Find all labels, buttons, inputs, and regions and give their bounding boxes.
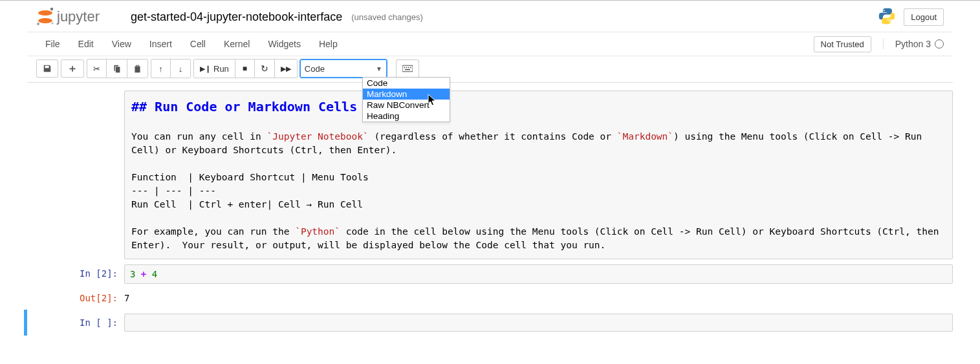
celltype-selected-label: Code — [305, 64, 325, 74]
svg-point-3 — [50, 8, 53, 10]
svg-rect-10 — [410, 67, 411, 69]
code-cell-2[interactable]: In [ ]: — [24, 310, 953, 336]
move-down-button[interactable]: ↓ — [171, 59, 190, 78]
notebook-title[interactable]: get-started-04-jupyter-notebook-interfac… — [131, 10, 342, 24]
notebook-area: ## Run Code or Markdown Cells You can ru… — [0, 83, 980, 348]
svg-rect-6 — [402, 65, 413, 72]
python-icon — [878, 7, 896, 27]
dropdown-option-markdown[interactable]: Markdown — [363, 89, 450, 100]
celltype-select[interactable]: Code ▼ — [300, 59, 387, 78]
jupyter-logo[interactable]: jupyter — [36, 6, 120, 28]
restart-icon: ↻ — [261, 63, 268, 74]
celltype-dropdown: Code Markdown Raw NBConvert Heading — [362, 77, 450, 122]
markdown-cell[interactable]: ## Run Code or Markdown Cells You can ru… — [27, 88, 953, 262]
menu-file[interactable]: File — [36, 34, 69, 54]
output-text-1: 7 — [124, 289, 953, 307]
dropdown-option-rawnbconvert[interactable]: Raw NBConvert — [363, 100, 450, 111]
run-icon: ▶❙ — [200, 65, 211, 73]
code-op: + — [135, 269, 151, 279]
markdown-editor[interactable]: ## Run Code or Markdown Cells You can ru… — [124, 91, 953, 259]
dropdown-option-code[interactable]: Code — [363, 78, 450, 89]
md-p1b: (regardless of whether it contains Code … — [369, 131, 617, 142]
header: jupyter get-started-04-jupyter-notebook-… — [27, 1, 953, 32]
restart-button[interactable]: ↻ — [255, 59, 275, 78]
menu-insert[interactable]: Insert — [140, 34, 181, 54]
out-prompt-1: Out[2]: — [27, 289, 124, 307]
in-prompt-2: In [ ]: — [27, 314, 124, 332]
md-table-header: Function | Keyboard Shortcut | Menu Tool… — [131, 172, 369, 182]
svg-point-0 — [38, 10, 52, 16]
copy-button[interactable] — [107, 59, 127, 78]
svg-rect-11 — [405, 69, 410, 70]
fast-forward-icon: ▶▶ — [281, 65, 291, 73]
dropdown-option-heading[interactable]: Heading — [363, 111, 450, 122]
kernel-indicator[interactable]: Python 3 — [883, 39, 944, 49]
command-palette-button[interactable] — [396, 59, 419, 78]
save-icon — [43, 64, 52, 73]
menu-view[interactable]: View — [103, 34, 140, 54]
add-cell-button[interactable]: ＋ — [61, 59, 84, 78]
stop-button[interactable]: ■ — [235, 59, 255, 78]
stop-icon: ■ — [243, 64, 247, 73]
menu-widgets[interactable]: Widgets — [259, 34, 310, 54]
kernel-status-icon — [935, 39, 944, 48]
trust-indicator[interactable]: Not Trusted — [814, 36, 871, 52]
md-p1a: You can run any cell in — [131, 131, 267, 142]
md-code1: `Jupyter Notebook` — [267, 131, 369, 142]
save-button[interactable] — [36, 59, 58, 78]
prompt-empty — [27, 91, 124, 259]
md-table-row: Run Cell | Ctrl + enter| Cell → Run Cell — [131, 199, 363, 209]
keyboard-icon — [402, 65, 413, 72]
chevron-down-icon: ▼ — [376, 65, 382, 72]
svg-rect-7 — [404, 67, 405, 69]
md-code2: `Markdown` — [617, 131, 673, 142]
code-cell-1[interactable]: In [2]: 3 + 4 — [27, 262, 953, 286]
svg-rect-9 — [408, 67, 409, 69]
code-input-2[interactable] — [124, 314, 953, 332]
svg-text:jupyter: jupyter — [56, 8, 100, 25]
menu-kernel[interactable]: Kernel — [215, 34, 259, 54]
md-p2a: For example, you can run the — [131, 226, 295, 237]
md-heading: ## Run Code or Markdown Cells — [131, 99, 357, 114]
paste-button[interactable] — [127, 59, 147, 78]
move-up-button[interactable]: ↑ — [151, 59, 171, 78]
arrow-down-icon: ↓ — [179, 64, 183, 74]
run-label: Run — [213, 64, 229, 74]
md-code3: `Python` — [295, 226, 340, 237]
menu-edit[interactable]: Edit — [69, 34, 103, 54]
paste-icon — [133, 65, 142, 73]
code-cell-1-output: Out[2]: 7 — [27, 286, 953, 310]
code-num2: 4 — [152, 269, 157, 279]
run-button[interactable]: ▶❙ Run — [194, 59, 235, 78]
copy-icon — [113, 65, 121, 73]
svg-rect-8 — [406, 67, 407, 69]
svg-point-1 — [38, 18, 52, 23]
menubar: File Edit View Insert Cell Kernel Widget… — [27, 32, 953, 56]
scissors-icon: ✂ — [93, 64, 100, 74]
toolbar: ＋ ✂ ↑ ↓ ▶❙ Run ■ ↻ ▶▶ — [27, 56, 953, 83]
code-input-1[interactable]: 3 + 4 — [124, 264, 953, 284]
arrow-up-icon: ↑ — [158, 64, 163, 74]
menu-cell[interactable]: Cell — [181, 34, 215, 54]
svg-point-4 — [51, 22, 53, 24]
kernel-name-label: Python 3 — [895, 39, 931, 49]
fast-forward-button[interactable]: ▶▶ — [275, 59, 297, 78]
svg-point-2 — [37, 23, 39, 25]
save-status: (unsaved changes) — [351, 12, 423, 22]
plus-icon: ＋ — [67, 62, 78, 76]
cut-button[interactable]: ✂ — [87, 59, 107, 78]
logout-button[interactable]: Logout — [904, 8, 944, 26]
in-prompt-1: In [2]: — [27, 264, 124, 284]
md-table-sep: --- | --- | --- — [131, 186, 216, 196]
menu-help[interactable]: Help — [310, 34, 347, 54]
